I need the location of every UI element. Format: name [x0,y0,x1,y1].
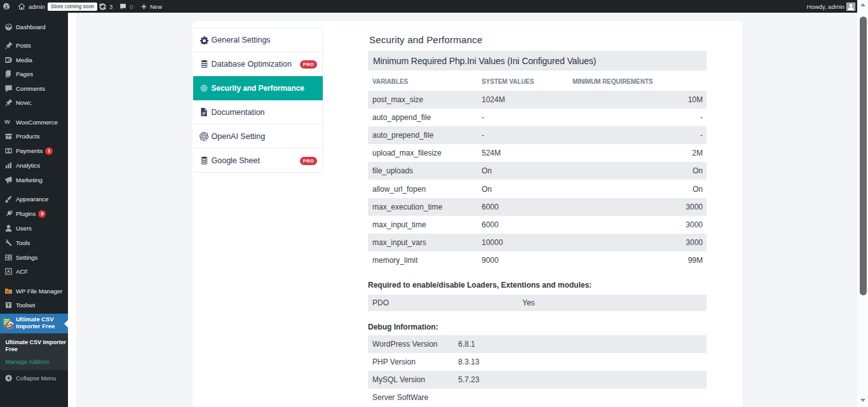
svg-text:$: $ [8,149,10,154]
svg-text:W: W [4,119,10,125]
